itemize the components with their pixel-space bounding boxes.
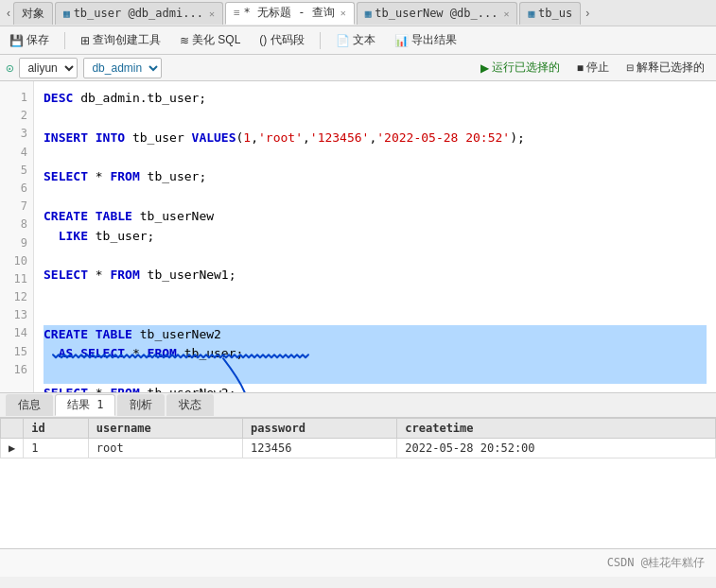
code-line-12: [44, 305, 707, 325]
code-line-13: CREATE TABLE tb_userNew2: [44, 325, 707, 345]
code-line-3: INSERT INTO tb_user VALUES(1,'root','123…: [44, 129, 707, 148]
stop-button[interactable]: ■ 停止: [571, 58, 615, 78]
result-area[interactable]: idusernamepasswordcreatetime▶1root123456…: [0, 418, 716, 548]
beautify-icon: ≋: [180, 34, 189, 47]
tab-tb-user-close[interactable]: ✕: [209, 9, 215, 19]
tab-query-close[interactable]: ✕: [341, 8, 346, 18]
code-line-6: [44, 187, 707, 207]
table3-icon: ▦: [528, 8, 534, 20]
text-button[interactable]: 📄 文本: [332, 30, 379, 50]
tab-tb-usernew-label: tb_userNew @db_...: [375, 7, 498, 20]
beautify-label: 美化 SQL: [192, 32, 240, 48]
tab-query-label: * 无标题 - 查询: [244, 5, 335, 21]
code-line-9: [44, 246, 707, 266]
tab-objects-label: 对象: [22, 6, 44, 22]
toolbar: 💾 保存 ⊞ 查询创建工具 ≋ 美化 SQL () 代码段 📄 文本 📊 导出结…: [0, 26, 716, 55]
col-username: username: [88, 419, 242, 439]
bottom-bar: CSDN @桂花年糕仔: [0, 548, 716, 577]
text-label: 文本: [353, 32, 375, 48]
col-password: password: [243, 419, 397, 439]
code-line-14: AS SELECT * FROM tb_user;: [44, 344, 707, 364]
export-label: 导出结果: [411, 32, 457, 48]
explain-icon: ⊟: [626, 62, 634, 73]
result-tab-剖析[interactable]: 剖析: [117, 394, 165, 416]
line-numbers: 12345678910111213141516: [0, 81, 34, 392]
beautify-button[interactable]: ≋ 美化 SQL: [176, 30, 244, 50]
tab-tb-usernew-close[interactable]: ✕: [503, 9, 509, 19]
connection-select[interactable]: aliyun: [19, 58, 78, 78]
code-line-5: SELECT * FROM tb_user;: [44, 167, 707, 187]
explain-label: 解释已选择的: [637, 60, 705, 76]
table-row: ▶1root1234562022-05-28 20:52:00: [1, 439, 716, 458]
stop-label: 停止: [586, 60, 609, 76]
result-panel: 信息结果 1剖析状态 idusernamepasswordcreatetime▶…: [0, 393, 716, 548]
cell-id: 1: [24, 439, 89, 458]
explain-button[interactable]: ⊟ 解释已选择的: [620, 58, 710, 78]
result-table: idusernamepasswordcreatetime▶1root123456…: [0, 418, 716, 458]
cell-password: 123456: [243, 439, 397, 458]
stop-icon: ■: [577, 61, 584, 75]
text-icon: 📄: [336, 34, 350, 47]
query-builder-button[interactable]: ⊞ 查询创建工具: [77, 30, 165, 50]
connection-bar: ⊙ aliyun db_admin ▶ 运行已选择的 ■ 停止 ⊟ 解释已选择的: [0, 55, 716, 81]
tab-tb-user[interactable]: ▦ tb_user @db_admi... ✕: [55, 2, 223, 25]
export-icon: 📊: [394, 34, 409, 47]
result-tab-状态[interactable]: 状态: [166, 394, 214, 416]
query-builder-icon: ⊞: [80, 34, 90, 47]
code-line-7: CREATE TABLE tb_userNew: [44, 207, 707, 227]
code-line-1: DESC db_admin.tb_user;: [44, 89, 707, 109]
result-tab-信息[interactable]: 信息: [6, 394, 53, 416]
tab-next-btn[interactable]: ›: [583, 7, 592, 20]
result-tab-结果-1[interactable]: 结果 1: [55, 394, 115, 416]
run-button[interactable]: ▶ 运行已选择的: [475, 58, 566, 78]
database-select[interactable]: db_admin: [83, 58, 162, 78]
watermark: CSDN @桂花年糕仔: [607, 555, 705, 571]
toolbar-separator-1: [64, 32, 65, 49]
code-line-4: [44, 147, 707, 167]
tab-tb-usernew[interactable]: ▦ tb_userNew @db_... ✕: [357, 2, 518, 25]
cell-createtime: 2022-05-28 20:52:00: [397, 439, 716, 458]
table-icon: ▦: [63, 8, 70, 20]
query-icon: ≡: [234, 7, 240, 19]
export-button[interactable]: 📊 导出结果: [391, 30, 461, 50]
snippet-label: () 代码段: [259, 32, 304, 48]
col-id: id: [24, 419, 89, 439]
code-line-2: [44, 109, 707, 129]
code-line-15: [44, 364, 707, 384]
tab-query[interactable]: ≡ * 无标题 - 查询 ✕: [225, 2, 355, 25]
toolbar-separator-2: [320, 32, 321, 49]
tab-tb-us-label: tb_us: [538, 7, 572, 20]
code-line-8: LIKE tb_user;: [44, 227, 707, 247]
table2-icon: ▦: [365, 8, 372, 20]
cell-username: root: [88, 439, 242, 458]
tab-tb-user-label: tb_user @db_admi...: [74, 7, 203, 20]
tab-objects[interactable]: 对象: [13, 2, 53, 25]
code-content[interactable]: DESC db_admin.tb_user; INSERT INTO tb_us…: [34, 81, 716, 392]
code-line-11: [44, 285, 707, 305]
save-button[interactable]: 💾 保存: [6, 30, 53, 50]
snippet-button[interactable]: () 代码段: [255, 30, 307, 50]
result-tabs: 信息结果 1剖析状态: [0, 393, 716, 418]
run-label: 运行已选择的: [492, 60, 560, 76]
tab-tb-us[interactable]: ▦ tb_us: [519, 2, 581, 25]
tab-prev-btn[interactable]: ‹: [4, 7, 13, 20]
query-builder-label: 查询创建工具: [93, 32, 161, 48]
code-editor[interactable]: 12345678910111213141516 DESC db_admin.tb…: [0, 81, 716, 393]
code-line-16: SELECT * FROM tb_userNew2;: [44, 384, 707, 392]
save-icon: 💾: [9, 34, 24, 47]
tab-bar: ‹ 对象 ▦ tb_user @db_admi... ✕ ≡ * 无标题 - 查…: [0, 0, 716, 26]
save-label: 保存: [26, 32, 49, 48]
run-icon: ▶: [480, 61, 489, 75]
row-arrow: ▶: [1, 439, 24, 458]
connection-icon: ⊙: [6, 61, 13, 76]
col-createtime: createtime: [397, 419, 716, 439]
code-line-10: SELECT * FROM tb_userNew1;: [44, 266, 707, 285]
